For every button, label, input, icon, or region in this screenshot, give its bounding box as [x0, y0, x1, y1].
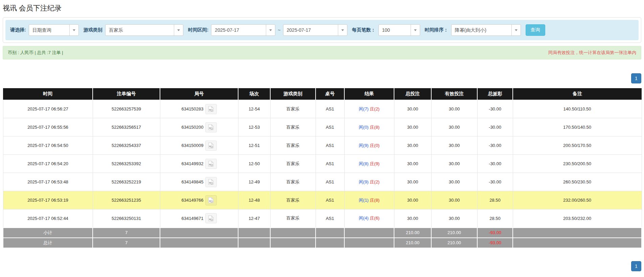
cell-round-id: 634149671	[160, 209, 238, 228]
game-category-label: 游戏类别	[84, 27, 102, 33]
table-row[interactable]: 2025-07-17 06:56:27 522663257539 6341502…	[3, 100, 642, 118]
video-replay-button[interactable]	[205, 122, 217, 132]
result-player: 闲(4)	[359, 216, 369, 221]
grand-total-row: 总计 7 210.00 210.00 -93.00	[3, 238, 642, 248]
cell-game: 百家乐	[270, 155, 316, 173]
bet-records-table: 时间 注单编号 局号 场次 游戏类别 桌号 结果 总投注 有效投注 总派彩 备注…	[3, 88, 642, 248]
date-from-select[interactable]: 2025-07-17	[211, 24, 275, 36]
result-banker: 庄(8)	[370, 198, 380, 203]
cell-time: 2025-07-17 06:56:27	[3, 100, 93, 118]
cell-result: 闲(0) 庄(8)	[344, 118, 394, 136]
table-row[interactable]: 2025-07-17 06:55:56 522663256517 6341502…	[3, 118, 642, 136]
page-size-select[interactable]: 100	[378, 24, 420, 36]
cell-bet-id: 522663254337	[93, 136, 160, 155]
round-id-text: 634149932	[181, 161, 203, 166]
cell-game: 百家乐	[270, 173, 316, 191]
cell-result: 闲(9) 庄(0)	[344, 136, 394, 155]
cell-table-no: AS1	[316, 118, 344, 136]
table-body: 2025-07-17 06:56:27 522663257539 6341502…	[3, 100, 642, 228]
cell-result: 闲(4) 庄(6)	[344, 209, 394, 228]
video-replay-button[interactable]	[205, 177, 217, 187]
cell-remark: 232.00/260.50	[513, 191, 642, 209]
col-header-payout: 总派彩	[477, 88, 513, 100]
grand-total-label: 总计	[3, 238, 93, 248]
cell-total-bet[interactable]: 30.00	[394, 191, 431, 209]
game-category-value: 百家乐	[106, 25, 174, 35]
cell-valid-bet: 30.00	[431, 118, 477, 136]
col-header-table-no: 桌号	[316, 88, 344, 100]
date-to-value: 2025-07-17	[283, 25, 338, 35]
cell-total-bet[interactable]: 30.00	[394, 118, 431, 136]
query-type-select[interactable]: 日期查询	[29, 24, 79, 36]
cell-round-id: 634149766	[160, 191, 238, 209]
video-replay-button[interactable]	[205, 141, 217, 151]
filter-panel: 请选择: 日期查询 游戏类别 百家乐 时间区间: 2025-07-17 ~ 20…	[3, 17, 641, 43]
page-1-button[interactable]: 1	[631, 73, 641, 83]
game-category-select[interactable]: 百家乐	[105, 24, 183, 36]
page-1-button[interactable]: 1	[631, 261, 641, 271]
table-row[interactable]: 2025-07-17 06:54:20 522663253392 6341499…	[3, 155, 642, 173]
cell-payout: -30.00	[477, 118, 513, 136]
table-row[interactable]: 2025-07-17 06:54:50 522663254337 6341500…	[3, 136, 642, 155]
cell-total-bet[interactable]: 30.00	[394, 155, 431, 173]
col-header-time: 时间	[3, 88, 93, 100]
subtotal-total-bet: 210.00	[394, 228, 431, 238]
table-totals: 小计 7 210.00 210.00 -93.00 总计 7 210.00 21…	[3, 228, 642, 248]
cell-total-bet[interactable]: 30.00	[394, 136, 431, 155]
page-size-value: 100	[379, 25, 411, 35]
cell-total-bet[interactable]: 30.00	[394, 209, 431, 228]
cell-table-no: AS1	[316, 136, 344, 155]
cell-total-bet[interactable]: 30.00	[394, 173, 431, 191]
cell-valid-bet: 30.00	[431, 100, 477, 118]
col-header-remark: 备注	[513, 88, 642, 100]
page-title: 视讯 会员下注纪录	[3, 3, 641, 13]
cell-game: 百家乐	[270, 118, 316, 136]
cell-result: 闲(9) 庄(2)	[344, 173, 394, 191]
col-header-bet-id: 注单编号	[93, 88, 160, 100]
col-header-round-id: 局号	[160, 88, 238, 100]
round-id-text: 634149845	[181, 179, 203, 184]
result-banker: 庄(0)	[370, 143, 380, 148]
cell-result: 闲(7) 庄(2)	[344, 100, 394, 118]
cell-session: 12-49	[238, 173, 270, 191]
video-replay-button[interactable]	[205, 195, 217, 205]
video-replay-button[interactable]	[205, 104, 217, 114]
video-replay-button[interactable]	[205, 159, 217, 169]
query-type-value: 日期查询	[29, 25, 69, 35]
cell-total-bet[interactable]: 30.00	[394, 100, 431, 118]
filter-bar: 请选择: 日期查询 游戏类别 百家乐 时间区间: 2025-07-17 ~ 20…	[5, 20, 639, 40]
video-file-icon	[208, 142, 214, 149]
cell-time: 2025-07-17 06:55:56	[3, 118, 93, 136]
cell-payout: 28.50	[477, 209, 513, 228]
table-row[interactable]: 2025-07-17 06:53:19 522663251235 6341497…	[3, 191, 642, 209]
cell-payout: -30.00	[477, 136, 513, 155]
cell-bet-id: 522663256517	[93, 118, 160, 136]
cell-round-id: 634150200	[160, 118, 238, 136]
date-to-select[interactable]: 2025-07-17	[283, 24, 347, 36]
pagination-top: 1	[3, 73, 641, 83]
result-banker: 庄(2)	[370, 179, 380, 184]
search-button[interactable]: 查询	[526, 24, 545, 36]
cell-round-id: 634150009	[160, 136, 238, 155]
video-file-icon	[208, 106, 214, 112]
chevron-down-icon	[411, 25, 420, 35]
table-row[interactable]: 2025-07-17 06:53:48 522663252219 6341498…	[3, 173, 642, 191]
grand-total-valid-bet: 210.00	[431, 238, 477, 248]
col-header-session: 场次	[238, 88, 270, 100]
cell-session: 12-54	[238, 100, 270, 118]
grand-total-payout: -93.00	[477, 238, 513, 248]
date-range-separator: ~	[278, 27, 280, 33]
cell-game: 百家乐	[270, 136, 316, 155]
valid-bet-notice: 同局有效投注，统一计算在该局第一张注单内	[548, 50, 636, 56]
table-row[interactable]: 2025-07-17 06:52:44 522663250131 6341496…	[3, 209, 642, 228]
cell-valid-bet: 30.00	[431, 191, 477, 209]
grand-total-count: 7	[93, 238, 160, 248]
video-replay-button[interactable]	[205, 213, 217, 223]
time-sort-select[interactable]: 降幂(由大到小)	[451, 24, 521, 36]
pagination-bottom: 1	[3, 261, 641, 271]
cell-result: 闲(1) 庄(8)	[344, 191, 394, 209]
cell-remark: 140.50/110.50	[513, 100, 642, 118]
cell-payout: -30.00	[477, 173, 513, 191]
cell-bet-id: 522663252219	[93, 173, 160, 191]
cell-remark: 230.50/200.50	[513, 155, 642, 173]
